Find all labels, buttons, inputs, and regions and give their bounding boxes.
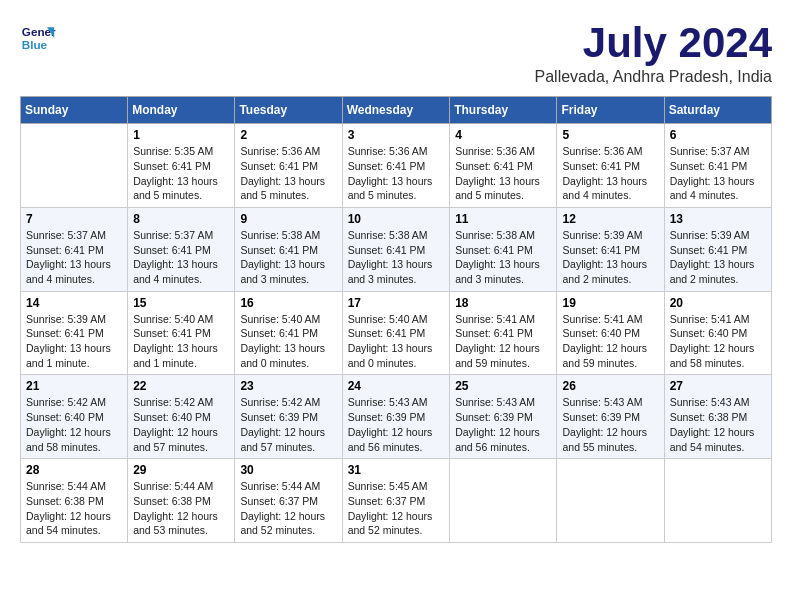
- day-number: 4: [455, 128, 551, 142]
- day-cell: 29Sunrise: 5:44 AMSunset: 6:38 PMDayligh…: [128, 459, 235, 543]
- location-title: Pallevada, Andhra Pradesh, India: [535, 68, 773, 86]
- header-cell-saturday: Saturday: [664, 97, 771, 124]
- day-cell: 6Sunrise: 5:37 AMSunset: 6:41 PMDaylight…: [664, 124, 771, 208]
- day-cell: 4Sunrise: 5:36 AMSunset: 6:41 PMDaylight…: [450, 124, 557, 208]
- day-info: Sunrise: 5:39 AMSunset: 6:41 PMDaylight:…: [562, 228, 658, 287]
- day-info: Sunrise: 5:41 AMSunset: 6:40 PMDaylight:…: [670, 312, 766, 371]
- logo-icon: General Blue: [20, 20, 56, 56]
- day-cell: 8Sunrise: 5:37 AMSunset: 6:41 PMDaylight…: [128, 207, 235, 291]
- day-info: Sunrise: 5:36 AMSunset: 6:41 PMDaylight:…: [348, 144, 445, 203]
- day-cell: 11Sunrise: 5:38 AMSunset: 6:41 PMDayligh…: [450, 207, 557, 291]
- day-number: 18: [455, 296, 551, 310]
- day-cell: 28Sunrise: 5:44 AMSunset: 6:38 PMDayligh…: [21, 459, 128, 543]
- day-number: 6: [670, 128, 766, 142]
- day-info: Sunrise: 5:42 AMSunset: 6:39 PMDaylight:…: [240, 395, 336, 454]
- day-info: Sunrise: 5:43 AMSunset: 6:39 PMDaylight:…: [455, 395, 551, 454]
- week-row-5: 28Sunrise: 5:44 AMSunset: 6:38 PMDayligh…: [21, 459, 772, 543]
- header-cell-wednesday: Wednesday: [342, 97, 450, 124]
- day-cell: 7Sunrise: 5:37 AMSunset: 6:41 PMDaylight…: [21, 207, 128, 291]
- day-number: 22: [133, 379, 229, 393]
- day-info: Sunrise: 5:36 AMSunset: 6:41 PMDaylight:…: [562, 144, 658, 203]
- header-cell-sunday: Sunday: [21, 97, 128, 124]
- day-info: Sunrise: 5:40 AMSunset: 6:41 PMDaylight:…: [348, 312, 445, 371]
- day-info: Sunrise: 5:43 AMSunset: 6:39 PMDaylight:…: [562, 395, 658, 454]
- day-number: 16: [240, 296, 336, 310]
- day-info: Sunrise: 5:37 AMSunset: 6:41 PMDaylight:…: [26, 228, 122, 287]
- week-row-4: 21Sunrise: 5:42 AMSunset: 6:40 PMDayligh…: [21, 375, 772, 459]
- day-info: Sunrise: 5:44 AMSunset: 6:38 PMDaylight:…: [26, 479, 122, 538]
- day-number: 5: [562, 128, 658, 142]
- day-number: 21: [26, 379, 122, 393]
- day-cell: [21, 124, 128, 208]
- header-cell-thursday: Thursday: [450, 97, 557, 124]
- day-info: Sunrise: 5:38 AMSunset: 6:41 PMDaylight:…: [455, 228, 551, 287]
- day-cell: 14Sunrise: 5:39 AMSunset: 6:41 PMDayligh…: [21, 291, 128, 375]
- day-number: 23: [240, 379, 336, 393]
- day-cell: 1Sunrise: 5:35 AMSunset: 6:41 PMDaylight…: [128, 124, 235, 208]
- day-cell: 30Sunrise: 5:44 AMSunset: 6:37 PMDayligh…: [235, 459, 342, 543]
- day-number: 15: [133, 296, 229, 310]
- day-number: 3: [348, 128, 445, 142]
- day-cell: 21Sunrise: 5:42 AMSunset: 6:40 PMDayligh…: [21, 375, 128, 459]
- day-cell: 25Sunrise: 5:43 AMSunset: 6:39 PMDayligh…: [450, 375, 557, 459]
- day-info: Sunrise: 5:38 AMSunset: 6:41 PMDaylight:…: [348, 228, 445, 287]
- page-header: General Blue July 2024 Pallevada, Andhra…: [20, 20, 772, 86]
- day-number: 10: [348, 212, 445, 226]
- week-row-3: 14Sunrise: 5:39 AMSunset: 6:41 PMDayligh…: [21, 291, 772, 375]
- day-cell: 23Sunrise: 5:42 AMSunset: 6:39 PMDayligh…: [235, 375, 342, 459]
- day-cell: 10Sunrise: 5:38 AMSunset: 6:41 PMDayligh…: [342, 207, 450, 291]
- day-info: Sunrise: 5:42 AMSunset: 6:40 PMDaylight:…: [26, 395, 122, 454]
- day-cell: 12Sunrise: 5:39 AMSunset: 6:41 PMDayligh…: [557, 207, 664, 291]
- day-number: 27: [670, 379, 766, 393]
- day-cell: 13Sunrise: 5:39 AMSunset: 6:41 PMDayligh…: [664, 207, 771, 291]
- day-cell: 16Sunrise: 5:40 AMSunset: 6:41 PMDayligh…: [235, 291, 342, 375]
- day-cell: 31Sunrise: 5:45 AMSunset: 6:37 PMDayligh…: [342, 459, 450, 543]
- day-cell: 24Sunrise: 5:43 AMSunset: 6:39 PMDayligh…: [342, 375, 450, 459]
- calendar-table: SundayMondayTuesdayWednesdayThursdayFrid…: [20, 96, 772, 543]
- day-cell: 2Sunrise: 5:36 AMSunset: 6:41 PMDaylight…: [235, 124, 342, 208]
- day-cell: [664, 459, 771, 543]
- day-info: Sunrise: 5:37 AMSunset: 6:41 PMDaylight:…: [133, 228, 229, 287]
- week-row-1: 1Sunrise: 5:35 AMSunset: 6:41 PMDaylight…: [21, 124, 772, 208]
- day-info: Sunrise: 5:44 AMSunset: 6:37 PMDaylight:…: [240, 479, 336, 538]
- day-info: Sunrise: 5:40 AMSunset: 6:41 PMDaylight:…: [240, 312, 336, 371]
- day-number: 11: [455, 212, 551, 226]
- day-number: 8: [133, 212, 229, 226]
- day-info: Sunrise: 5:36 AMSunset: 6:41 PMDaylight:…: [455, 144, 551, 203]
- day-info: Sunrise: 5:43 AMSunset: 6:38 PMDaylight:…: [670, 395, 766, 454]
- logo: General Blue: [20, 20, 56, 56]
- day-number: 9: [240, 212, 336, 226]
- day-cell: [557, 459, 664, 543]
- day-number: 24: [348, 379, 445, 393]
- day-cell: 26Sunrise: 5:43 AMSunset: 6:39 PMDayligh…: [557, 375, 664, 459]
- header-row: SundayMondayTuesdayWednesdayThursdayFrid…: [21, 97, 772, 124]
- header-cell-friday: Friday: [557, 97, 664, 124]
- day-info: Sunrise: 5:39 AMSunset: 6:41 PMDaylight:…: [26, 312, 122, 371]
- day-number: 1: [133, 128, 229, 142]
- day-info: Sunrise: 5:38 AMSunset: 6:41 PMDaylight:…: [240, 228, 336, 287]
- day-cell: 9Sunrise: 5:38 AMSunset: 6:41 PMDaylight…: [235, 207, 342, 291]
- day-number: 13: [670, 212, 766, 226]
- day-info: Sunrise: 5:41 AMSunset: 6:41 PMDaylight:…: [455, 312, 551, 371]
- day-cell: 18Sunrise: 5:41 AMSunset: 6:41 PMDayligh…: [450, 291, 557, 375]
- svg-text:Blue: Blue: [22, 38, 48, 51]
- day-cell: 19Sunrise: 5:41 AMSunset: 6:40 PMDayligh…: [557, 291, 664, 375]
- day-info: Sunrise: 5:39 AMSunset: 6:41 PMDaylight:…: [670, 228, 766, 287]
- day-info: Sunrise: 5:44 AMSunset: 6:38 PMDaylight:…: [133, 479, 229, 538]
- week-row-2: 7Sunrise: 5:37 AMSunset: 6:41 PMDaylight…: [21, 207, 772, 291]
- header-cell-monday: Monday: [128, 97, 235, 124]
- day-info: Sunrise: 5:43 AMSunset: 6:39 PMDaylight:…: [348, 395, 445, 454]
- day-number: 20: [670, 296, 766, 310]
- day-number: 30: [240, 463, 336, 477]
- day-info: Sunrise: 5:37 AMSunset: 6:41 PMDaylight:…: [670, 144, 766, 203]
- day-cell: 5Sunrise: 5:36 AMSunset: 6:41 PMDaylight…: [557, 124, 664, 208]
- day-info: Sunrise: 5:40 AMSunset: 6:41 PMDaylight:…: [133, 312, 229, 371]
- day-number: 7: [26, 212, 122, 226]
- day-number: 29: [133, 463, 229, 477]
- day-cell: 17Sunrise: 5:40 AMSunset: 6:41 PMDayligh…: [342, 291, 450, 375]
- day-cell: 15Sunrise: 5:40 AMSunset: 6:41 PMDayligh…: [128, 291, 235, 375]
- day-cell: [450, 459, 557, 543]
- day-info: Sunrise: 5:45 AMSunset: 6:37 PMDaylight:…: [348, 479, 445, 538]
- day-number: 14: [26, 296, 122, 310]
- day-info: Sunrise: 5:35 AMSunset: 6:41 PMDaylight:…: [133, 144, 229, 203]
